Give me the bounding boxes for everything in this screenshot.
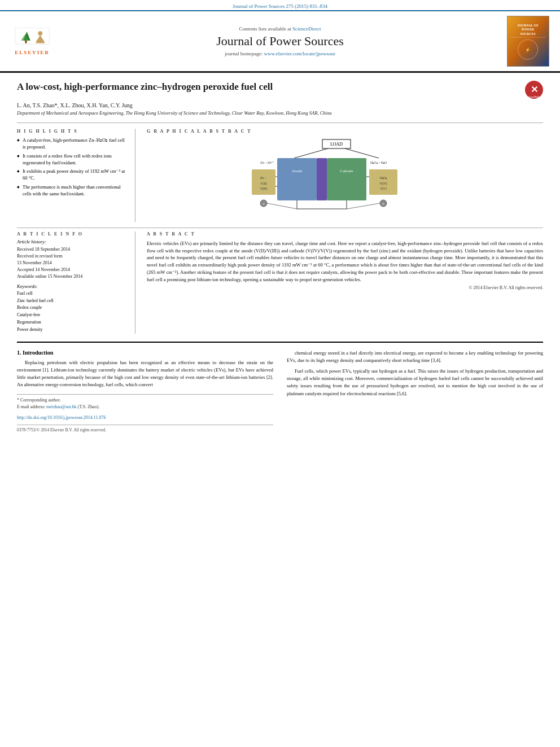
- highlights-column: H I G H L I G H T S A catalyst-free, hig…: [17, 129, 135, 222]
- elsevier-wordmark: ELSEVIER: [15, 50, 50, 55]
- svg-text:V(II): V(II): [260, 182, 266, 186]
- svg-rect-22: [327, 158, 366, 200]
- article-title-section: A low-cost, high-performance zinc–hydrog…: [17, 81, 543, 99]
- svg-text:V(IV): V(IV): [379, 182, 387, 186]
- introduction-body-right: chemical energy stored in a fuel directl…: [287, 350, 543, 397]
- history-item-3: 13 November 2014: [17, 260, 127, 267]
- keywords-list: Fuel cell Zinc fueled fuel cell Redox co…: [17, 290, 127, 334]
- journal-center: Contents lists available at ScienceDirec…: [58, 26, 502, 56]
- highlight-item-2: It consists of a redox flow cell with re…: [17, 153, 127, 167]
- intro-para-right-2: Fuel cells, which power EVs, typically u…: [287, 368, 543, 397]
- article-info-abstract-section: A R T I C L E I N F O Article history: R…: [17, 231, 543, 334]
- highlights-list: A catalyst-free, high-performance Zn–H₂O…: [17, 137, 127, 198]
- doi-link[interactable]: http://dx.doi.org/10.1016/j.jpowsour.201…: [17, 415, 106, 420]
- homepage-url[interactable]: www.elsevier.com/locate/jpowsour: [264, 51, 335, 56]
- journal-ref: Journal of Power Sources 275 (2015) 831–…: [233, 3, 327, 9]
- svg-text:✕: ✕: [531, 85, 538, 94]
- keyword-5: Regeneration: [17, 319, 127, 326]
- elsevier-logo-container: ELSEVIER: [7, 27, 58, 55]
- affiliation: Department of Mechanical and Aerospace E…: [17, 110, 543, 117]
- email-footnote: E-mail address: metzhao@ust.hk (T.S. Zha…: [17, 404, 273, 410]
- copyright-text: © 2014 Elsevier B.V. All rights reserved…: [147, 285, 543, 290]
- graphical-abstract-image: LOAD Anode Cathode Zn→ V(: [147, 137, 543, 222]
- authors: L. An, T.S. Zhao*, X.L. Zhou, X.H. Yan, …: [17, 102, 543, 108]
- svg-text:Anode: Anode: [292, 169, 303, 173]
- highlight-item-1: A catalyst-free, high-performance Zn–H₂O…: [17, 137, 127, 151]
- article-body: A low-cost, high-performance zinc–hydrog…: [0, 73, 560, 438]
- svg-line-17: [294, 148, 328, 158]
- svg-text:POWER: POWER: [521, 28, 534, 32]
- article-title: A low-cost, high-performance zinc–hydrog…: [17, 81, 519, 93]
- article-info-column: A R T I C L E I N F O Article history: R…: [17, 231, 135, 334]
- graphical-abstract-column: G R A P H I C A L A B S T R A C T LOAD A…: [147, 129, 543, 222]
- svg-text:JOURNAL OF: JOURNAL OF: [517, 24, 539, 27]
- keyword-1: Fuel cell: [17, 290, 127, 298]
- svg-text:⚡: ⚡: [525, 47, 531, 53]
- svg-line-41: [267, 203, 297, 209]
- highlights-graphical-section: H I G H L I G H T S A catalyst-free, hig…: [17, 126, 543, 222]
- main-content-section: 1. Introduction Replacing petroleum with…: [17, 342, 543, 433]
- svg-rect-19: [277, 158, 317, 200]
- svg-line-18: [345, 148, 379, 158]
- main-left-column: 1. Introduction Replacing petroleum with…: [17, 350, 273, 433]
- highlights-label: H I G H L I G H T S: [17, 129, 127, 134]
- history-item-1: Received 18 September 2014: [17, 246, 127, 253]
- title-divider: [17, 123, 543, 123]
- history-item-4: Accepted 14 November 2014: [17, 267, 127, 273]
- svg-text:V(III): V(III): [260, 187, 267, 191]
- svg-text:CrossMark: CrossMark: [528, 95, 540, 98]
- history-item-2: Received in revised form: [17, 253, 127, 260]
- keywords-title: Keywords:: [17, 283, 127, 289]
- main-right-column: chemical energy stored in a fuel directl…: [287, 350, 543, 433]
- sciencedirect-link[interactable]: ScienceDirect: [292, 26, 321, 32]
- contents-available-text: Contents lists available at ScienceDirec…: [58, 26, 502, 32]
- svg-rect-3: [25, 41, 27, 43]
- homepage-line: journal homepage: www.elsevier.com/locat…: [58, 51, 502, 56]
- svg-text:SOURCES: SOURCES: [520, 32, 536, 36]
- corresponding-author: * Corresponding author.: [17, 397, 273, 404]
- abstract-column: A B S T R A C T Electric vehicles (EVs) …: [147, 231, 543, 334]
- introduction-body-left: Replacing petroleum with electric propul…: [17, 359, 273, 389]
- abstract-label: A B S T R A C T: [147, 231, 543, 237]
- keyword-4: Catalyst-free: [17, 312, 127, 319]
- introduction-heading: 1. Introduction: [17, 350, 273, 356]
- footnote-section: * Corresponding author. E-mail address: …: [17, 394, 273, 410]
- graphical-abstract-label: G R A P H I C A L A B S T R A C T: [147, 129, 543, 134]
- journal-title: Journal of Power Sources: [58, 34, 502, 49]
- email-link[interactable]: metzhao@ust.hk: [46, 404, 77, 409]
- svg-text:Cathode: Cathode: [340, 169, 353, 173]
- article-history-title: Article history:: [17, 239, 127, 244]
- keyword-3: Redox couple: [17, 304, 127, 312]
- history-item-5: Available online 15 November 2014: [17, 273, 127, 280]
- keyword-6: Power density: [17, 326, 127, 334]
- svg-text:V(V): V(V): [380, 187, 387, 191]
- svg-text:LOAD: LOAD: [330, 142, 343, 147]
- svg-text:H₂O₂: H₂O₂: [380, 176, 387, 180]
- journal-cover-image: JOURNAL OF POWER SOURCES ⚡: [507, 16, 549, 67]
- svg-point-4: [38, 31, 42, 36]
- article-info-label: A R T I C L E I N F O: [17, 231, 127, 237]
- svg-rect-21: [317, 158, 327, 200]
- svg-line-42: [347, 203, 380, 209]
- intro-para-1: Replacing petroleum with electric propul…: [17, 359, 273, 389]
- svg-text:Zn→Zn²⁺: Zn→Zn²⁺: [260, 161, 274, 164]
- svg-text:H₂O₂→H₂O: H₂O₂→H₂O: [370, 161, 387, 164]
- highlight-item-3: It exhibits a peak power density of 1192…: [17, 168, 127, 182]
- elsevier-tree-icon: [10, 27, 55, 49]
- doi-section: http://dx.doi.org/10.1016/j.jpowsour.201…: [17, 414, 273, 420]
- abstract-text: Electric vehicles (EVs) are primarily li…: [147, 240, 543, 283]
- fuel-cell-svg: LOAD Anode Cathode Zn→ V(: [249, 138, 441, 220]
- two-col-main: 1. Introduction Replacing petroleum with…: [17, 350, 543, 433]
- intro-para-right-1: chemical energy stored in a fuel directl…: [287, 350, 543, 364]
- journal-cover-container: JOURNAL OF POWER SOURCES ⚡: [502, 16, 553, 67]
- bottom-bar: 0378-7753/© 2014 Elsevier B.V. All right…: [17, 425, 273, 433]
- crossmark-logo: ✕ CrossMark: [525, 81, 543, 99]
- keyword-2: Zinc fueled fuel cell: [17, 298, 127, 305]
- svg-text:Zn→: Zn→: [260, 176, 268, 180]
- highlight-item-4: The performance is much higher than conv…: [17, 184, 127, 198]
- journal-header: ELSEVIER Contents lists available at Sci…: [0, 11, 560, 73]
- top-bar: Journal of Power Sources 275 (2015) 831–…: [0, 0, 560, 11]
- section-divider: [17, 228, 543, 228]
